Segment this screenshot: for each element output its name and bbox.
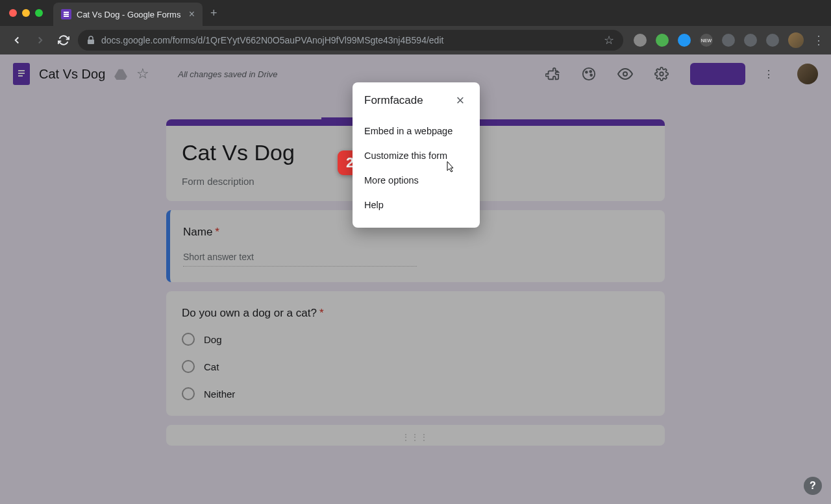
reload-button[interactable]	[55, 31, 73, 49]
dialog-item-customize[interactable]: Customize this form	[353, 143, 480, 168]
formfacade-dialog: Formfacade × Embed in a webpage Customiz…	[353, 82, 480, 228]
new-tab-button[interactable]: +	[210, 6, 217, 20]
forms-favicon-icon	[61, 9, 71, 19]
svg-rect-2	[64, 16, 69, 17]
extension-icon[interactable]	[744, 34, 757, 47]
dialog-item-embed[interactable]: Embed in a webpage	[353, 119, 480, 143]
extension-icon[interactable]	[634, 34, 647, 47]
extension-icons: NEW ⋮	[634, 32, 823, 48]
svg-rect-3	[88, 40, 94, 44]
dialog-item-more[interactable]: More options	[353, 168, 480, 193]
forward-button[interactable]	[31, 31, 49, 49]
browser-chrome: Cat Vs Dog - Google Forms × + docs.googl…	[0, 0, 831, 54]
extension-icon[interactable]	[766, 34, 779, 47]
bookmark-star-icon[interactable]: ☆	[604, 33, 614, 47]
dialog-item-help[interactable]: Help	[353, 193, 480, 217]
window-controls	[9, 9, 43, 17]
back-button[interactable]	[8, 31, 26, 49]
tab-bar: Cat Vs Dog - Google Forms × +	[0, 0, 831, 26]
browser-menu-icon[interactable]: ⋮	[813, 33, 823, 47]
url-bar: docs.google.com/forms/d/1QrEYytV662N0O5a…	[0, 26, 831, 54]
address-bar[interactable]: docs.google.com/forms/d/1QrEYytV662N0O5a…	[78, 30, 623, 51]
tab-title: Cat Vs Dog - Google Forms	[77, 10, 184, 19]
dialog-header: Formfacade ×	[353, 82, 480, 114]
svg-rect-0	[64, 12, 69, 13]
tab-close-icon[interactable]: ×	[189, 8, 195, 20]
dialog-title: Formfacade	[364, 94, 423, 107]
extension-icon[interactable]	[678, 34, 691, 47]
extension-icon[interactable]: NEW	[700, 34, 713, 47]
close-icon[interactable]: ×	[453, 93, 468, 108]
browser-tab[interactable]: Cat Vs Dog - Google Forms ×	[53, 3, 203, 26]
close-window-button[interactable]	[9, 9, 17, 17]
maximize-window-button[interactable]	[35, 9, 43, 17]
help-button[interactable]: ?	[804, 477, 822, 495]
extension-icon[interactable]	[722, 34, 735, 47]
url-text: docs.google.com/forms/d/1QrEYytV662N0O5a…	[101, 35, 597, 45]
dialog-items: Embed in a webpage Customize this form M…	[353, 114, 480, 228]
minimize-window-button[interactable]	[22, 9, 30, 17]
svg-rect-1	[64, 14, 69, 15]
lock-icon	[87, 36, 95, 45]
extension-icon[interactable]	[656, 34, 669, 47]
profile-avatar[interactable]	[788, 32, 804, 48]
